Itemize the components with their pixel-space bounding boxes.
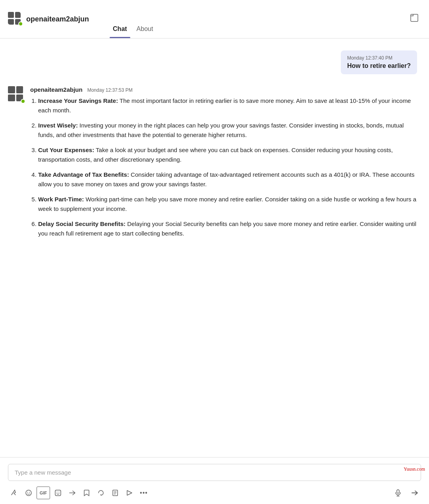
list-item: Delay Social Security Benefits: Delaying…	[38, 219, 421, 238]
app-title: openaiteam2abjun	[26, 15, 89, 23]
svg-point-5	[57, 492, 58, 492]
tab-chat[interactable]: Chat	[110, 25, 130, 38]
user-message-bubble: Monday 12:37:40 PM How to retire earlier…	[341, 50, 417, 74]
send-outline-icon[interactable]	[66, 487, 79, 499]
mic-icon[interactable]	[392, 487, 404, 499]
status-dot	[18, 21, 23, 26]
toolbar-right	[392, 487, 421, 499]
header: openaiteam2abjun Chat About	[0, 0, 429, 39]
input-area: Type a new message GIF	[0, 457, 429, 504]
sticker-icon[interactable]	[52, 487, 64, 499]
bot-name: openaiteam2abjun	[30, 86, 83, 93]
list-item: Increase Your Savings Rate: The most imp…	[38, 96, 421, 115]
svg-rect-12	[397, 490, 399, 493]
app-logo: openaiteam2abjun	[8, 12, 100, 26]
svg-marker-11	[127, 490, 132, 495]
bot-message-header: openaiteam2abjun Monday 12:37:53 PM	[30, 86, 421, 93]
user-message-text: How to retire earlier?	[347, 62, 411, 70]
bot-message-container: openaiteam2abjun Monday 12:37:53 PM Incr…	[0, 78, 429, 248]
list-item: Invest Wisely: Investing your money in t…	[38, 121, 421, 140]
bot-timestamp: Monday 12:37:53 PM	[87, 87, 133, 93]
svg-rect-0	[411, 14, 418, 21]
gif-icon[interactable]: GIF	[37, 487, 50, 499]
bot-message-body: Increase Your Savings Rate: The most imp…	[30, 96, 421, 238]
input-placeholder: Type a new message	[15, 469, 71, 476]
message-input[interactable]: Type a new message	[8, 464, 421, 481]
emoji-icon[interactable]	[22, 487, 35, 499]
toolbar: GIF	[8, 485, 421, 501]
svg-point-6	[59, 492, 60, 492]
list-item: Work Part-Time: Working part-time can he…	[38, 195, 421, 214]
expand-icon[interactable]	[410, 14, 421, 25]
more-options-icon[interactable]: •••	[137, 487, 150, 499]
svg-point-3	[29, 492, 30, 493]
user-message-container: Monday 12:37:40 PM How to retire earlier…	[0, 46, 429, 78]
send-button[interactable]	[408, 487, 421, 499]
bot-status-dot	[21, 99, 25, 104]
svg-point-1	[26, 490, 31, 496]
stream-icon[interactable]	[123, 487, 136, 499]
user-message-timestamp: Monday 12:37:40 PM	[347, 55, 411, 61]
logo-icon	[8, 12, 22, 26]
svg-rect-4	[55, 490, 61, 496]
svg-point-2	[27, 492, 28, 493]
list-item: Take Advantage of Tax Benefits: Consider…	[38, 170, 421, 189]
format-icon[interactable]	[8, 487, 21, 499]
tab-about[interactable]: About	[133, 25, 157, 38]
list-item: Cut Your Expenses: Take a look at your b…	[38, 145, 421, 164]
bot-avatar	[8, 86, 25, 104]
bookmark-icon[interactable]	[80, 487, 93, 499]
pages-icon[interactable]	[109, 487, 122, 499]
loop-icon[interactable]	[95, 487, 107, 499]
header-actions	[410, 14, 421, 25]
bot-message-content: openaiteam2abjun Monday 12:37:53 PM Incr…	[30, 86, 421, 244]
chat-area: Monday 12:37:40 PM How to retire earlier…	[0, 39, 429, 457]
watermark: Yuusn.com	[404, 466, 425, 472]
header-tabs: Chat About	[110, 0, 159, 38]
